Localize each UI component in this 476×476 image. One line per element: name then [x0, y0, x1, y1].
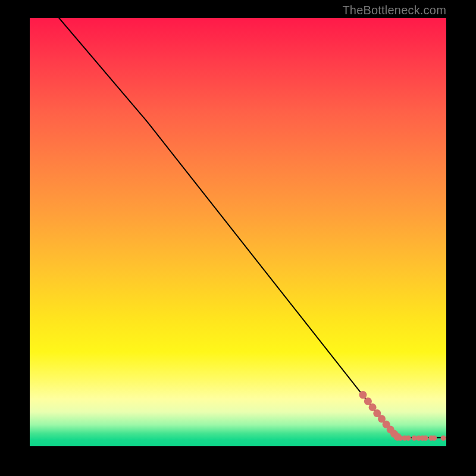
data-point [423, 436, 428, 441]
data-point [412, 436, 417, 441]
plot-area [30, 18, 446, 446]
data-point [441, 436, 446, 441]
data-point [406, 436, 411, 441]
data-point [359, 391, 367, 399]
scatter-group [359, 391, 446, 441]
curve-line [59, 18, 446, 438]
chart-frame: TheBottleneck.com [0, 0, 476, 476]
data-point [431, 436, 437, 441]
attribution-label: TheBottleneck.com [342, 4, 446, 17]
chart-overlay [30, 18, 446, 446]
